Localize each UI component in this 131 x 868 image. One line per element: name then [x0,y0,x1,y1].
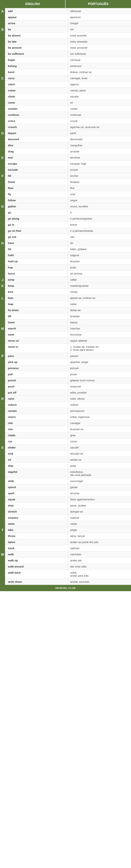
rows-container-w: walkcaminharwalk upandar atéwalk aroundd… [5,551,131,585]
cell-english: throw [5,533,68,539]
cell-english: lift [5,313,68,319]
cell-portuguese: voltar, regressar [68,414,131,420]
cell-portuguese: levantar [68,258,131,264]
table-row: endterminar [5,155,131,161]
header-portuguese: PORTUGUÊS [66,0,131,8]
letter-label-f: F [0,173,5,204]
table-row: possesspossuir [5,365,131,371]
letter-label-t: T [0,527,5,551]
cell-english: be late [5,39,68,44]
cell-english: walk back [5,570,68,579]
cell-portuguese: mergulhar [68,142,131,148]
cell-portuguese: empurrar [68,383,131,390]
table-row: hoppular [5,265,131,271]
cell-english: surpass [5,515,68,521]
letter-label-k: K [0,283,5,295]
cell-english: stretch [5,508,68,515]
cell-portuguese: pertencer [68,63,131,69]
cell-portuguese: partir [68,130,131,136]
table-row: skippular [5,463,131,469]
cell-english: punch [5,377,68,383]
rows-container-r: raisesubir, elevarreducereduzirremainper… [5,396,131,444]
cell-portuguese: ter [68,240,131,246]
cell-english: depart [5,130,68,136]
table-row: returnvoltar, regressar [5,414,131,420]
cell-portuguese: sentar-se [68,457,131,463]
cell-english: take [5,527,68,533]
table-row: beser [5,26,131,32]
section-g: Ggatherreunir, recolhergoirgo alongir po… [0,204,131,240]
cell-portuguese: andar até [68,557,131,563]
cell-english: fly [5,191,68,197]
rows-container-k: keepmanter/guardarkickchutar [5,283,131,295]
table-row: lowerbaixar [5,319,131,326]
table-row: crouchagachar-se, acocorar-se [5,124,131,130]
table-row: spendgastar [5,484,131,490]
table-row: be lateestar atrasado [5,39,131,45]
table-row: kickchutar [5,289,131,295]
cell-english: sink [5,451,68,457]
table-row: ceasecessar, parar [5,87,131,94]
cell-english: stop [5,502,68,508]
cell-portuguese: pular [68,265,131,270]
section-h: Hhaveterhitbater, golpearholdsegurarhold… [0,240,131,277]
table-row: finishfinalizar [5,179,131,185]
table-row: walk backvoltar, andar para trás [5,570,131,579]
cell-english: possess [5,365,68,371]
cell-portuguese: subir, elevar [68,396,131,402]
cell-portuguese: rastrear [68,545,131,551]
cell-english: return [5,414,68,420]
section-w: Wwalkcaminharwalk upandar atéwalk around… [0,551,131,585]
cell-portuguese: excluir [68,167,131,173]
table-row: continuecontinuar [5,112,131,118]
cell-english: bend [5,69,68,75]
cell-portuguese: cavalgar [68,420,131,426]
cell-portuguese: fazer agachamentos [68,496,131,502]
table-row: sinkafundar-se [5,451,131,457]
cell-portuguese: andar na ponta dos pés [68,539,131,545]
cell-portuguese: 1. mudar-se, instalar-se 2. levar para d… [68,344,131,353]
cell-english: spoil [5,490,68,496]
cell-english: lower [5,319,68,325]
letter-label-b: B [0,26,5,75]
cell-portuguese: apoiar-se, inclinar-se [68,295,131,301]
table-row: containconter [5,106,131,112]
cell-portuguese: carregar, levar [68,75,131,81]
cell-english: dive [5,142,68,148]
cell-english: walk up [5,557,68,563]
cell-english: cease [5,87,68,93]
cell-english: remain [5,408,68,414]
table-row: gatherreunir, recolher [5,204,131,210]
table-row: flyvoar [5,191,131,197]
cell-english: go out [5,234,68,240]
cell-english: be absent [5,32,68,38]
letter-label-p: P [0,353,5,396]
cell-portuguese: permanecer [68,408,131,414]
rows-container-b: beserbe absentestar ausentebe lateestar … [5,26,131,75]
table-row: belongpertencer [5,63,131,69]
cell-portuguese: puxar [68,371,131,377]
cell-english: carry [5,75,68,81]
section-s: Sshakesacudirsinkafundar-sesitsentar-ses… [0,444,131,527]
letter-label-a: A [0,8,5,26]
cell-portuguese: superar [68,515,131,521]
table-row: rotategirar [5,432,131,438]
table-row: swimnadar [5,521,131,527]
cell-english: go along [5,216,68,221]
table-row: slideescorregar [5,478,131,484]
rows-container-f: fillencherfinishfinalizarflowfluirflyvoa… [5,173,131,204]
cell-english: contain [5,106,68,112]
table-row: holdsegurar [5,252,131,258]
cell-portuguese: reduzir [68,402,131,408]
table-row: hold uplevantar [5,258,131,265]
cell-portuguese: gastar [68,484,131,490]
cell-portuguese: estar atrasado [68,39,131,44]
cell-portuguese: cessar, parar [68,87,131,93]
table-row: hitbater, golpear [5,246,131,252]
page-container: ENGLISH PORTUGUÊS Aaddadicionarappearapa… [0,0,131,591]
table-row: go outsair [5,234,131,240]
cell-english: be sufficient [5,51,68,57]
cell-portuguese: voar [68,191,131,197]
letter-label-w: W [0,551,5,585]
rows-container-c: carrycarregar, levarcatchagarrarceaseces… [5,75,131,130]
